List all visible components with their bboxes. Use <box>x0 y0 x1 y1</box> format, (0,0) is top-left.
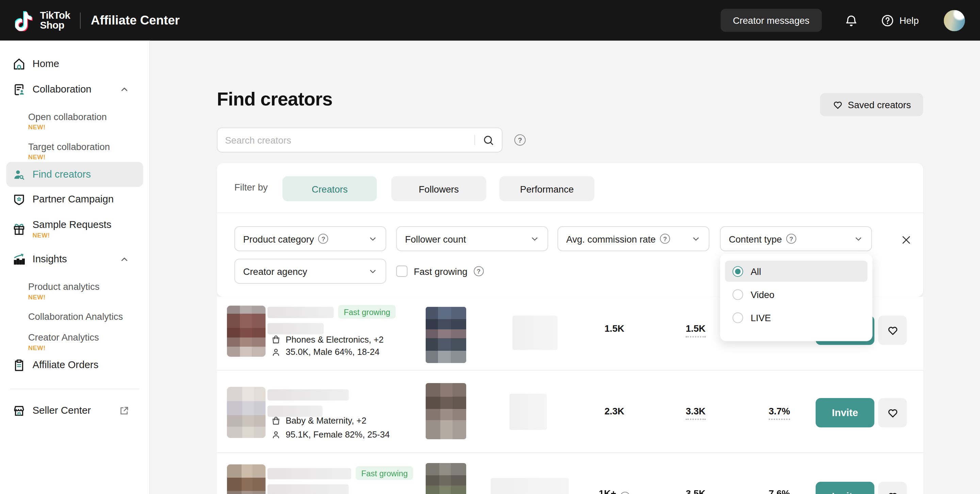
affiliate-center-app: TikTok Shop Affiliate Center Creator mes… <box>0 0 980 494</box>
sidebar-item-label: Insights <box>33 254 67 265</box>
dropdown-help-icon[interactable]: ? <box>786 234 796 244</box>
sidebar-item-seller-center[interactable]: Seller Center <box>0 398 143 423</box>
main-content: Find creators Saved creators ? Filter by… <box>150 40 980 494</box>
stat-value: 3.5K <box>655 488 737 494</box>
sidebar-item-label: Find creators <box>33 169 91 180</box>
sidebar-item-product-analytics[interactable]: Product analyticsNEW! <box>0 281 150 302</box>
stat-value: 7.6% <box>739 488 820 494</box>
blurred-product-thumbnail[interactable] <box>426 383 466 439</box>
shopping-bag-icon <box>271 335 281 344</box>
sidebar-subitem-label: Product analytics <box>28 281 100 292</box>
chevron-down-icon <box>368 234 378 244</box>
dropdown-label: Creator agency <box>243 266 307 276</box>
fast-growing-label: Fast growing <box>414 266 468 276</box>
search-input[interactable] <box>218 135 474 145</box>
content-type-option-live[interactable]: LIVE <box>725 307 868 328</box>
filter-dropdown-content-type[interactable]: Content type? <box>720 226 872 251</box>
content-type-option-video[interactable]: Video <box>725 284 868 305</box>
stat-value: 2.3K <box>574 405 655 416</box>
tiktok-shop-logo[interactable]: TikTok Shop <box>15 10 70 31</box>
sidebar-item-collaboration-analytics[interactable]: Collaboration Analytics <box>0 311 150 322</box>
save-creator-heart-button[interactable] <box>878 398 907 427</box>
sidebar-subitem-label: Open collaboration <box>28 111 107 122</box>
tab-followers[interactable]: Followers <box>391 176 486 201</box>
sidebar-item-target-collaboration[interactable]: Target collaborationNEW! <box>0 140 150 162</box>
blurred-creator-name <box>267 468 351 480</box>
new-badge: NEW! <box>28 292 150 302</box>
sidebar-item-collaboration[interactable]: Collaboration <box>0 77 143 102</box>
sidebar-item-creator-analytics[interactable]: Creator AnalyticsNEW! <box>0 331 150 352</box>
stat-value: 3.7% <box>739 405 820 420</box>
blurred-stat <box>509 394 547 430</box>
content-type-option-all[interactable]: All <box>725 261 868 282</box>
invite-button[interactable]: Invite <box>816 398 875 427</box>
filter-dropdown-follower-count[interactable]: Follower count <box>396 226 548 251</box>
sidebar-item-sample-requests[interactable]: Sample RequestsNEW! <box>0 212 143 246</box>
creator-search <box>217 127 502 152</box>
blurred-product-thumbnail[interactable] <box>426 307 466 363</box>
user-avatar[interactable] <box>943 10 965 31</box>
blurred-creator-avatar[interactable] <box>227 387 266 438</box>
option-label: Video <box>751 289 775 299</box>
collaboration-icon <box>13 83 26 96</box>
invite-button[interactable]: Invite <box>816 482 875 494</box>
creator-audience: 95.1K, Female 82%, 25-34 <box>271 429 390 439</box>
dropdown-help-icon[interactable]: ? <box>660 234 670 244</box>
chevron-down-icon <box>368 266 378 276</box>
app-title: Affiliate Center <box>91 13 180 27</box>
notifications-bell-icon[interactable] <box>845 13 858 27</box>
saved-creators-button[interactable]: Saved creators <box>820 93 923 116</box>
creator-row: Baby & Maternity, +295.1K, Female 82%, 2… <box>217 370 923 453</box>
sidebar-item-home[interactable]: Home <box>0 51 143 76</box>
sidebar-item-label: Seller Center <box>33 405 91 416</box>
creator-category: Phones & Electronics, +2 <box>271 334 383 344</box>
header-divider <box>80 12 81 29</box>
blurred-product-thumbnail[interactable] <box>426 463 466 494</box>
filter-dropdown-avg-commission-rate[interactable]: Avg. commission rate? <box>557 226 709 251</box>
save-creator-heart-button[interactable] <box>878 316 907 345</box>
home-icon <box>13 57 26 70</box>
new-badge: NEW! <box>33 231 111 240</box>
fast-growing-checkbox-row[interactable]: Fast growing ? <box>396 259 484 283</box>
dropdown-help-icon[interactable]: ? <box>318 234 328 244</box>
stat-help-icon[interactable]: ? <box>620 492 630 494</box>
sidebar-item-affiliate-orders[interactable]: Affiliate Orders <box>0 353 143 377</box>
person-icon <box>271 347 281 357</box>
sidebar-item-insights[interactable]: Insights <box>0 247 143 272</box>
sidebar-item-find-creators[interactable]: Find creators <box>6 162 143 187</box>
tab-performance[interactable]: Performance <box>500 176 595 201</box>
clipboard-icon <box>13 358 26 372</box>
blurred-stat <box>491 478 569 494</box>
tab-creators[interactable]: Creators <box>282 176 377 201</box>
sidebar-nav: HomeCollaborationOpen collaborationNEW!T… <box>0 40 150 494</box>
save-creator-heart-button[interactable] <box>878 482 907 494</box>
help-button[interactable]: Help <box>881 13 919 27</box>
search-help-icon[interactable]: ? <box>514 134 526 146</box>
sidebar-item-label: Sample RequestsNEW! <box>33 219 111 240</box>
content-type-menu: AllVideoLIVE <box>720 254 872 341</box>
chevron-up-icon[interactable] <box>119 254 129 264</box>
blurred-creator-name <box>267 307 334 318</box>
new-badge: NEW! <box>28 152 150 162</box>
stat-value: 3.3K <box>655 405 737 420</box>
fast-growing-checkbox[interactable] <box>396 266 407 277</box>
creator-messages-button[interactable]: Creator messages <box>721 9 822 32</box>
blurred-creator-avatar[interactable] <box>227 464 266 494</box>
shield-icon <box>13 193 26 206</box>
chevron-up-icon[interactable] <box>119 84 129 94</box>
fast-growing-badge: Fast growing <box>356 466 414 480</box>
find-creators-icon <box>13 168 26 181</box>
close-filters-icon[interactable] <box>901 234 912 246</box>
sidebar-item-open-collaboration[interactable]: Open collaborationNEW! <box>0 111 150 132</box>
radio-unselected <box>733 312 743 322</box>
search-icon[interactable] <box>475 134 502 146</box>
category-text: Baby & Maternity, +2 <box>285 415 366 425</box>
new-badge: NEW! <box>28 343 150 353</box>
blurred-creator-avatar[interactable] <box>227 305 266 357</box>
sidebar-item-partner-campaign[interactable]: Partner Campaign <box>0 187 143 211</box>
filter-dropdown-creator-agency[interactable]: Creator agency <box>234 259 386 283</box>
filter-dropdown-product-category[interactable]: Product category? <box>234 226 386 251</box>
filter-by-label: Filter by <box>234 182 268 192</box>
blurred-creator-handle <box>267 405 323 417</box>
fast-growing-help-icon[interactable]: ? <box>474 266 484 276</box>
